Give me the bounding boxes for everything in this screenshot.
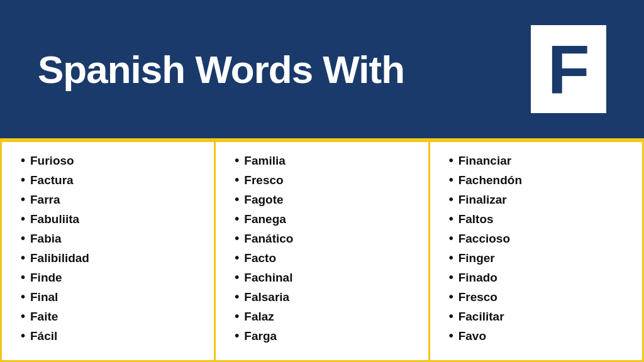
- content-area: FuriosoFacturaFarraFabuliitaFabiaFalibil…: [0, 142, 644, 362]
- column-2: FamiliaFrescoFagoteFanegaFanáticoFactoFa…: [216, 142, 430, 360]
- list-item: Faite: [21, 309, 201, 324]
- word-list-2: FamiliaFrescoFagoteFanegaFanáticoFactoFa…: [235, 153, 415, 343]
- list-item: Furioso: [21, 153, 201, 168]
- list-item: Facilitar: [449, 309, 630, 324]
- list-item: Farra: [21, 192, 201, 207]
- list-item: Fagote: [235, 192, 415, 207]
- list-item: Fachendón: [449, 173, 630, 187]
- list-item: Faccioso: [449, 231, 630, 246]
- column-3: FinanciarFachendónFinalizarFaltosFaccios…: [430, 142, 642, 360]
- list-item: Fabuliita: [21, 212, 201, 226]
- header-letter: F: [531, 25, 606, 113]
- list-item: Faltos: [449, 212, 630, 226]
- list-item: Fachinal: [235, 270, 415, 285]
- column-1: FuriosoFacturaFarraFabuliitaFabiaFalibil…: [2, 142, 216, 360]
- word-list-3: FinanciarFachendónFinalizarFaltosFaccios…: [449, 153, 630, 343]
- list-item: Falaz: [235, 309, 415, 324]
- list-item: Facto: [235, 251, 415, 265]
- header-title: Spanish Words With: [38, 47, 404, 92]
- list-item: Finalizar: [449, 192, 630, 207]
- list-item: Farga: [235, 329, 415, 343]
- list-item: Familia: [235, 153, 415, 168]
- list-item: Finde: [21, 270, 201, 285]
- list-item: Final: [21, 290, 201, 304]
- list-item: Fabia: [21, 231, 201, 246]
- list-item: Falsaria: [235, 290, 415, 304]
- list-item: Financiar: [449, 153, 630, 168]
- list-item: Fresco: [449, 290, 630, 304]
- list-item: Favo: [449, 329, 630, 343]
- word-list-1: FuriosoFacturaFarraFabuliitaFabiaFalibil…: [21, 153, 201, 343]
- list-item: Fresco: [235, 173, 415, 187]
- list-item: Fanático: [235, 231, 415, 246]
- list-item: Fanega: [235, 212, 415, 226]
- list-item: Falibilidad: [21, 251, 201, 265]
- header: Spanish Words With F: [0, 0, 644, 138]
- list-item: Fácil: [21, 329, 201, 343]
- list-item: Factura: [21, 173, 201, 187]
- list-item: Finado: [449, 270, 630, 285]
- list-item: Finger: [449, 251, 630, 265]
